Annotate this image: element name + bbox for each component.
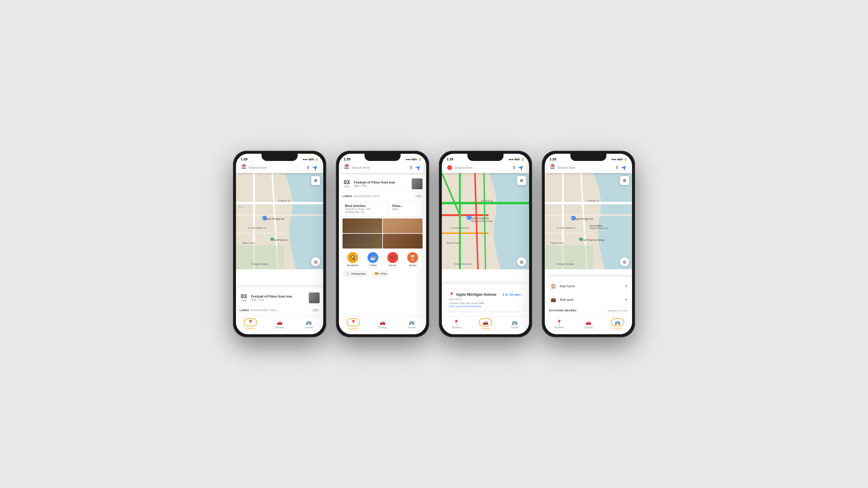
svg-text:Tribune Tower: Tribune Tower [551,242,564,244]
mic-icon-4[interactable]: 🎙 [615,165,619,170]
svg-text:Divvy Station:: Divvy Station: [590,225,603,227]
tab-bar-3: 📍 Explore 🚗 Driving 🚌 Transit [442,316,529,334]
signal-icons-3: ●●● WiFi 🔋 [509,158,524,161]
tab-bar-4: 📍 Explore 🚗 Driving 🚌 Transit [545,316,632,334]
svg-text:Hyatt Regency Chicago: Hyatt Regency Chicago [471,220,493,222]
search-text-1[interactable]: Search here [249,166,304,169]
phone-3: 1:29 ●●● WiFi 🔋 ‹ Search here 🎙 [439,151,532,337]
nav-icon-3[interactable] [518,164,525,171]
location-btn-1[interactable]: ◎ [311,257,320,266]
tab-driving-3[interactable]: 🚗 Driving [476,318,495,330]
notch-2 [365,154,401,161]
traffic-map-3: E Illinois St Tribune Tower Chicago Rive… [442,173,529,269]
photo-3 [342,234,382,249]
tab-driving-4[interactable]: 🚗 Driving [579,320,597,329]
svg-text:Cityfront Plaza Dr &...: Cityfront Plaza Dr &... [589,227,610,230]
svg-rect-39 [545,245,593,269]
ql-atms[interactable]: 💳 ATMs [371,270,390,277]
nav-icon-1[interactable] [312,164,319,171]
tab-bar-1: 📍 Explore 🚗 Driving 🚌 Transit [236,316,323,334]
add-work-row[interactable]: 💼 Add work + [549,293,628,306]
phone-2: 1:29 ●●● WiFi 🔋 1 Search here 🎙 [336,151,429,337]
back-btn-3[interactable]: ‹ [447,165,452,170]
add-home-plus[interactable]: + [624,283,628,289]
notification-dot-4: 1 [551,164,554,166]
location-btn-4[interactable]: ◎ [620,257,629,266]
tab-transit-2[interactable]: 🚌 Transit [403,320,421,329]
food-card-cheap[interactable]: Chea... West... [390,202,423,216]
svg-rect-6 [236,245,284,269]
svg-text:E Lower Wacker Dr: E Lower Wacker Dr [248,227,266,229]
layers-btn-4[interactable]: ⊞ [620,176,629,185]
svg-text:Chicago Riverwalk: Chicago Riverwalk [454,263,471,265]
food-card-best-lunches[interactable]: Best lunches Howells & Hood, Yolk Street… [342,202,388,216]
svg-text:E Illinois St: E Illinois St [481,199,493,202]
search-bar-4[interactable]: 1 Search here 🎙 [547,162,630,173]
svg-text:Tribune Tower: Tribune Tower [242,242,255,244]
add-work-plus[interactable]: + [624,297,628,303]
svg-text:Chicago Riverwalk: Chicago Riverwalk [251,263,269,265]
tab-bar-2: 📍 Explore 🚗 Driving 🚌 Transit [339,316,426,334]
work-icon-circle: 💼 [549,295,557,304]
tab-explore-2[interactable]: 📍 Explore [344,318,362,330]
layers-btn-1[interactable]: ⊞ [311,176,320,185]
cat-dinner[interactable]: 🍽 Dinner [388,252,398,267]
route-card-3[interactable]: 📍 Apple Michigan Avenue 2 hr 10 min › Vi… [446,289,525,311]
tab-explore-4[interactable]: 📍 Explore [550,320,568,329]
svg-text:Tribune Tower: Tribune Tower [446,242,460,244]
search-text-4[interactable]: Search here [557,166,613,169]
photo-1 [342,219,382,233]
svg-text:A: A [467,217,469,219]
content-panel-2: 03 FEB Festival of Films from Iran Sat—T… [339,173,426,316]
mic-icon-3[interactable]: 🎙 [512,165,517,170]
lunch-header-2: LUNCH MAGNIFICENT MILE 45° [342,192,423,199]
search-bar-3[interactable]: ‹ Search here 🎙 [444,162,527,173]
notch-4 [570,154,607,161]
lunch-header-1: LUNCH MAGNIFICENT MILE 45° [240,306,320,313]
cat-coffee[interactable]: ☕ Coffee [368,252,378,267]
transit-panel-4: 🏠 Add home + 💼 Add work + STATIONS NEARB… [545,276,632,316]
cat-drinks[interactable]: 🍸 Drinks [407,252,418,267]
tab-explore-3[interactable]: 📍 Explore [447,320,465,329]
categories-2: 🍳 Breakfast ☕ Coffee 🍽 Dinner 🍸 Drinks [342,250,423,269]
phone-4: 1:29 ●●● WiFi 🔋 1 Search here 🎙 [542,151,635,337]
tab-explore-1[interactable]: 📍 Explore [241,318,259,330]
svg-text:Apple Michigan Ave: Apple Michigan Ave [575,218,593,220]
svg-text:Apple Michigan Ave: Apple Michigan Ave [266,218,284,220]
notch-3 [467,154,503,161]
search-bar-2[interactable]: 1 Search here 🎙 [341,162,424,173]
route-panel-3: 📍 Apple Michigan Avenue 2 hr 10 min › Vi… [442,284,529,316]
photos-grid-2 [342,219,423,249]
notification-dot-2: 1 [345,164,348,166]
nav-icon-4[interactable] [621,164,628,171]
svg-text:E Illinois St: E Illinois St [587,199,599,202]
search-text-2[interactable]: Search here [351,166,407,169]
svg-text:E Lower Wacker Dr: E Lower Wacker Dr [557,227,575,229]
cat-breakfast[interactable]: 🍳 Breakfast [347,252,359,267]
svg-text:E Illinois St: E Illinois St [278,199,290,202]
mic-icon-2[interactable]: 🎙 [409,165,413,170]
svg-text:N.M.: N.M. [239,206,244,208]
tab-transit-1[interactable]: 🚌 Transit [300,320,318,329]
svg-text:Hyatt Regency: Hyatt Regency [274,239,287,241]
tab-transit-3[interactable]: 🚌 Transit [506,320,524,329]
location-btn-3[interactable]: ◎ [517,257,526,266]
time-2: 1:29 [344,157,350,161]
search-text-3[interactable]: Search here [455,166,510,169]
add-home-row[interactable]: 🏠 Add home + [549,280,628,293]
photo-4 [383,234,423,249]
layers-btn-3[interactable]: ⊞ [517,176,526,185]
mic-icon-1[interactable]: 🎙 [306,165,311,170]
tab-transit-4[interactable]: 🚌 Transit [609,318,627,330]
tab-driving-2[interactable]: 🚗 Driving [373,320,392,329]
nav-icon-2[interactable] [415,164,422,171]
svg-text:A: A [571,217,573,219]
search-bar-1[interactable]: 1 Search here 🎙 [238,162,321,173]
svg-text:E Lower Wacker Dr: E Lower Wacker Dr [451,227,469,229]
map-1: E Illinois St Tribune Tower Chicago Rive… [236,173,323,269]
svg-text:Apple Michigan Ave: Apple Michigan Ave [471,217,489,220]
quick-links-2: 🍴 Restaurants 💳 ATMs [342,269,423,278]
tab-driving-1[interactable]: 🚗 Driving [271,320,289,329]
ql-restaurants[interactable]: 🍴 Restaurants [342,270,369,277]
svg-text:Chicago Riverwalk: Chicago Riverwalk [557,263,574,265]
